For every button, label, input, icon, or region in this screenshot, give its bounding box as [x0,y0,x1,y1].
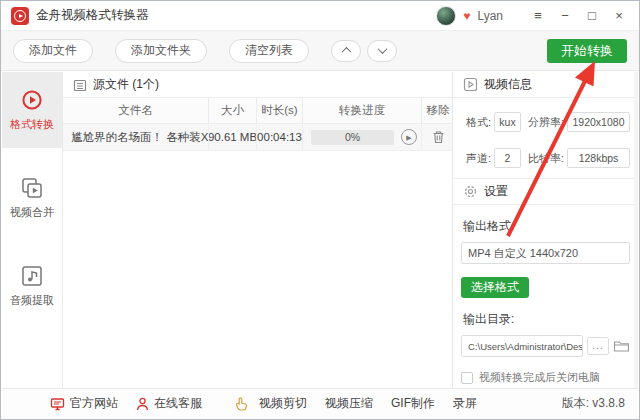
video-info-fields: 格式: kux 分辨率: 1920x1080 声道: 2 比特率: 128kbp… [461,98,630,178]
trash-icon[interactable] [432,130,445,144]
channels-value[interactable]: 2 [494,148,521,168]
gear-icon [463,184,478,199]
app-logo-icon [11,7,29,25]
add-folder-button[interactable]: 添加文件夹 [115,39,207,63]
settings-section: 设置 输出格式: MP4 自定义 1440x720 选择格式 输出目录: C:\… [453,178,638,385]
video-merge-icon [20,176,44,200]
table-row[interactable]: 尴尬界的名场面！ 各种装X翻... 90.61 MB 00:04:13 0% ▶ [63,124,452,151]
source-files-count: 源文件 (1个) [93,76,159,93]
gif-maker-label: GIF制作 [391,395,435,412]
file-duration: 00:04:13 [257,124,303,150]
move-up-button[interactable] [331,40,361,62]
col-filename: 文件名 [63,98,209,123]
sidebar-item-label: 视频合并 [10,205,54,220]
shutdown-option[interactable]: 视频转换完成后关闭电脑 [461,370,630,385]
sidebar: 格式转换 视频合并 音频提取 [2,72,63,388]
official-site-label: 官方网站 [70,395,118,412]
video-cut-label: 视频剪切 [259,395,307,412]
settings-title: 设置 [484,183,508,200]
open-folder-icon[interactable] [613,339,630,353]
sidebar-item-audio-extract[interactable]: 音频提取 [2,248,62,324]
file-size: 90.61 MB [209,124,257,150]
bitrate-label: 比特率: [524,151,564,166]
title-bar: 金舟视频格式转换器 ♥ Lyan ≡ − □ × [1,1,639,31]
col-remove: 移除 [422,98,454,123]
source-files-header: 源文件 (1个) [63,72,452,98]
hand-pointer-icon [234,396,248,411]
version-label: 版本: v3.8.8 [562,395,625,412]
resolution-label: 分辨率: [524,115,564,130]
col-duration: 时长(s) [257,98,303,123]
video-compress-label: 视频压缩 [325,395,373,412]
person-icon [136,397,149,411]
sidebar-item-video-merge[interactable]: 视频合并 [2,160,62,236]
output-dir-input[interactable]: C:\Users\Administrator\Deskto [461,335,583,357]
scrollbar[interactable] [634,72,638,388]
output-format-label: 输出格式: [463,218,630,235]
move-down-button[interactable] [367,40,397,62]
file-name: 尴尬界的名场面！ 各种装X翻... [63,124,209,150]
start-convert-button[interactable]: 开始转换 [547,39,627,63]
settings-header: 设置 [453,179,638,205]
monitor-icon [50,397,65,411]
col-size: 大小 [209,98,257,123]
col-progress: 转换进度 [303,98,422,123]
user-avatar[interactable] [436,6,456,26]
preview-play-button[interactable]: ▶ [401,129,417,145]
choose-format-button[interactable]: 选择格式 [461,277,529,298]
app-window: 金舟视频格式转换器 ♥ Lyan ≡ − □ × 添加文件 添加文件夹 清空列表… [0,0,640,420]
app-title: 金舟视频格式转换器 [36,7,149,24]
format-value[interactable]: kux [494,112,521,132]
video-info-header: 视频信息 [453,72,638,98]
shutdown-checkbox-label: 视频转换完成后关闭电脑 [479,370,600,385]
maximize-button[interactable]: □ [582,8,602,23]
output-dir-label: 输出目录: [463,311,630,328]
clear-list-button[interactable]: 清空列表 [229,39,309,63]
remove-cell [422,124,454,150]
right-panel: 视频信息 格式: kux 分辨率: 1920x1080 声道: 2 比特率: 1… [453,72,638,388]
screen-record-label: 录屏 [453,395,477,412]
customer-service-link[interactable]: 在线客服 [136,395,202,412]
resolution-value[interactable]: 1920x1080 [567,112,630,132]
gif-maker-link[interactable]: GIF制作 [391,395,435,412]
screen-record-link[interactable]: 录屏 [453,395,477,412]
progress-bar: 0% [311,130,394,145]
video-cut-link[interactable]: 视频剪切 [234,395,307,412]
username[interactable]: Lyan [477,9,503,23]
menu-icon[interactable]: ≡ [528,8,548,23]
toolbar: 添加文件 添加文件夹 清空列表 开始转换 [1,31,639,71]
sidebar-item-format-convert[interactable]: 格式转换 [2,72,62,148]
video-info-icon [463,77,478,92]
audio-extract-icon [20,264,44,288]
add-file-button[interactable]: 添加文件 [13,39,93,63]
table-header: 文件名 大小 时长(s) 转换进度 移除 [63,98,452,124]
progress-cell: 0% ▶ [303,124,422,150]
close-button[interactable]: × [609,8,629,23]
channels-label: 声道: [461,151,491,166]
sidebar-item-label: 音频提取 [10,293,54,308]
main-body: 格式转换 视频合并 音频提取 源文件 (1个) 文件名 大小 时长(s) 转换进… [2,72,638,388]
browse-button[interactable]: ... [587,337,609,355]
format-label: 格式: [461,115,491,130]
video-compress-link[interactable]: 视频压缩 [325,395,373,412]
chevron-down-icon [377,44,387,54]
customer-service-label: 在线客服 [154,395,202,412]
file-list-panel: 源文件 (1个) 文件名 大小 时长(s) 转换进度 移除 尴尬界的名场面！ 各… [63,72,453,388]
video-info-title: 视频信息 [484,76,532,93]
shutdown-checkbox[interactable] [461,372,473,384]
output-format-input[interactable]: MP4 自定义 1440x720 [461,242,630,264]
file-list-icon [73,78,87,92]
chevron-up-icon [341,47,351,57]
minimize-button[interactable]: − [555,8,575,23]
official-site-link[interactable]: 官方网站 [50,395,118,412]
footer: 官方网站 在线客服 视频剪切 视频压缩 GIF制作 录屏 版本: v3.8.8 [2,388,638,418]
sidebar-item-label: 格式转换 [10,117,54,132]
vip-heart-icon: ♥ [463,10,470,22]
bitrate-value[interactable]: 128kbps [567,148,630,168]
format-convert-icon [20,88,44,112]
